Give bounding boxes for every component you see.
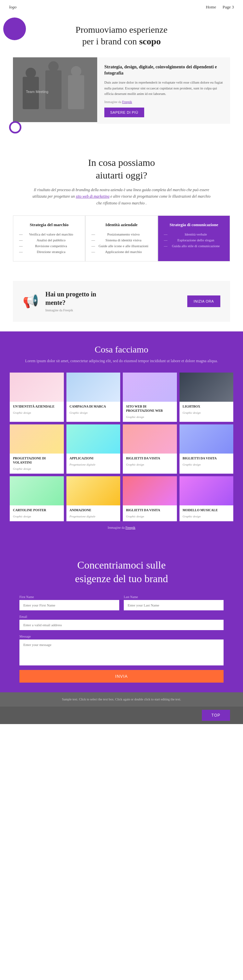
hero-circle-outline bbox=[9, 121, 21, 134]
card-strategia-comunicazione: Strategia di comunicazione Identità verb… bbox=[158, 215, 230, 261]
portfolio-item: SITO WEB DI PROGETTAZIONE WEB Graphic de… bbox=[123, 372, 177, 422]
portfolio-img bbox=[179, 425, 233, 453]
hero-section: Promuoviamo esperienze per i brand con s… bbox=[0, 14, 243, 140]
list-item: Posizionamento visivo bbox=[91, 231, 151, 237]
portfolio-item: UN'IDENTITÀ AZIENDALE Graphic design bbox=[10, 372, 64, 422]
services-cards: Strategia del marchio Verifica del valor… bbox=[13, 215, 230, 261]
portfolio-sub: Graphic design bbox=[183, 463, 201, 466]
message-group: Message bbox=[19, 635, 224, 665]
portfolio-img bbox=[10, 372, 64, 402]
list-item: Verifica del valore del marchio bbox=[19, 231, 79, 237]
portfolio-img bbox=[10, 476, 64, 505]
hero-credit: Immagine da Freepik bbox=[104, 100, 223, 104]
portfolio-title: CARTOLINE POSTER bbox=[13, 508, 60, 512]
last-name-input[interactable] bbox=[124, 600, 224, 610]
back-to-top-button[interactable]: Top bbox=[202, 710, 230, 721]
logo: logo bbox=[9, 5, 16, 10]
portfolio-img bbox=[123, 476, 177, 505]
last-name-group: Last Name bbox=[124, 595, 224, 610]
submit-button[interactable]: INVIA bbox=[19, 670, 224, 682]
megaphone-icon: 📢 bbox=[23, 294, 39, 309]
portfolio-title: ANIMAZIONE bbox=[70, 508, 117, 512]
portfolio-item: BIGLIETTI DA VISITA Graphic design bbox=[123, 425, 177, 474]
first-name-label: First Name bbox=[19, 595, 119, 599]
portfolio-sub: Graphic design bbox=[70, 411, 88, 414]
portfolio-sub: Graphic design bbox=[126, 415, 144, 418]
navbar: logo Home Page 3 bbox=[0, 0, 243, 14]
first-name-input[interactable] bbox=[19, 600, 119, 610]
portfolio-title: CAMPAGNA DI MARCA bbox=[70, 404, 117, 409]
first-name-group: First Name bbox=[19, 595, 119, 610]
portfolio-item: LIGHTBOX Graphic design bbox=[179, 372, 233, 422]
portfolio-credit-link[interactable]: Freepik bbox=[125, 526, 135, 529]
portfolio-title: BIGLIETTI DA VISITA bbox=[126, 456, 174, 460]
footer: Sample text. Click to select the text bo… bbox=[0, 692, 243, 706]
project-credit: Immagine da Freepik bbox=[45, 309, 73, 312]
nav-page3[interactable]: Page 3 bbox=[222, 5, 234, 10]
portfolio-title: MODELLO MUSICALE bbox=[183, 508, 230, 512]
email-label: Email bbox=[19, 615, 224, 619]
footer-text: Sample text. Click to select the text bo… bbox=[19, 697, 224, 702]
list-item: Analisi del pubblico bbox=[19, 237, 79, 243]
portfolio-caption: BIGLIETTI DA VISITA Graphic design bbox=[179, 453, 233, 469]
hero-card: Strategia, design, digitale, coinvolgime… bbox=[97, 57, 230, 124]
cosa-facciamo-body: Lorem ipsum dolor sit amet, consectetur … bbox=[10, 358, 233, 364]
portfolio-title: UN'IDENTITÀ AZIENDALE bbox=[13, 404, 60, 409]
list-item: Revisione competitiva bbox=[19, 243, 79, 249]
portfolio-sub: Graphic design bbox=[183, 515, 201, 518]
card-identita-aziendale: Identità aziendale Posizionamento visivo… bbox=[85, 215, 157, 261]
contact-heading: Concentriamoci sulle esigenze del tuo br… bbox=[19, 558, 224, 585]
email-input[interactable] bbox=[19, 620, 224, 630]
contact-section: Concentriamoci sulle esigenze del tuo br… bbox=[0, 542, 243, 692]
portfolio-item: APPLICAZIONI Progettazione digitale bbox=[67, 425, 121, 474]
hero-credit-link[interactable]: Freepik bbox=[122, 100, 132, 104]
message-label: Message bbox=[19, 635, 224, 638]
sapere-di-piu-button[interactable]: SAPERE DI PIÙ bbox=[104, 108, 144, 117]
cosa-facciamo-heading: Cosa facciamo bbox=[10, 344, 233, 355]
portfolio-caption: CARTOLINE POSTER Graphic design bbox=[10, 505, 64, 521]
card-strategia-marchio: Strategia del marchio Verifica del valor… bbox=[13, 215, 85, 261]
portfolio-sub: Graphic design bbox=[126, 515, 144, 518]
list-item: Sistema di identità visiva bbox=[91, 237, 151, 243]
list-item: Esplorazione dello slogan bbox=[164, 237, 224, 243]
portfolio-title: SITO WEB DI PROGETTAZIONE WEB bbox=[126, 404, 174, 413]
portfolio-img bbox=[10, 425, 64, 453]
portfolio-caption: UN'IDENTITÀ AZIENDALE Graphic design bbox=[10, 402, 64, 418]
cosa-possiamo-body: Il risultato del processo di branding de… bbox=[31, 187, 212, 206]
hero-title: Promuoviamo esperienze per i brand con s… bbox=[76, 24, 167, 48]
inizia-ora-button[interactable]: INIZIA ORA bbox=[187, 296, 220, 307]
portfolio-item: CAMPAGNA DI MARCA Graphic design bbox=[67, 372, 121, 422]
marketing-link[interactable]: sito web di marketing bbox=[76, 194, 110, 199]
card-title-1: Identità aziendale bbox=[91, 222, 151, 228]
portfolio-title: LIGHTBOX bbox=[183, 404, 230, 409]
portfolio-item: BIGLIETTI DA VISITA Graphic design bbox=[123, 476, 177, 521]
portfolio-caption: MODELLO MUSICALE Graphic design bbox=[179, 505, 233, 521]
svg-text:Team Meeting: Team Meeting bbox=[26, 90, 48, 94]
card-list-1: Posizionamento visivo Sistema di identit… bbox=[91, 231, 151, 255]
project-text: Hai un progetto in mente? Immagine da Fr… bbox=[45, 290, 181, 313]
portfolio-title: PROGETTAZIONE DI VOLANTINI bbox=[13, 456, 60, 465]
nav-links: Home Page 3 bbox=[206, 5, 234, 10]
portfolio-sub: Graphic design bbox=[13, 467, 31, 470]
email-group: Email bbox=[19, 615, 224, 630]
card-list-2: Identità verbale Esplorazione dello slog… bbox=[164, 231, 224, 249]
svg-rect-7 bbox=[13, 57, 97, 122]
portfolio-item: BIGLIETTI DA VISITA Graphic design bbox=[179, 425, 233, 474]
message-textarea[interactable] bbox=[19, 640, 224, 665]
list-item: Guide alle icone e alle illustrazioni bbox=[91, 243, 151, 249]
hero-images: Team Meeting Strategia, design, digitale… bbox=[13, 57, 230, 124]
portfolio-caption: BIGLIETTI DA VISITA Graphic design bbox=[123, 505, 177, 521]
portfolio-sub: Graphic design bbox=[126, 463, 144, 466]
list-item: Guida allo stile di comunicazione bbox=[164, 243, 224, 249]
portfolio-title: APPLICAZIONI bbox=[70, 456, 117, 460]
portfolio-title: BIGLIETTI DA VISITA bbox=[126, 508, 174, 512]
portfolio-credit: Immagine da Freepik bbox=[10, 526, 233, 529]
nav-home[interactable]: Home bbox=[206, 5, 216, 10]
portfolio-sub: Graphic design bbox=[183, 411, 201, 414]
hero-card-body: Duis aute irure dolor in reprehenderit i… bbox=[104, 80, 223, 97]
portfolio-item: ANIMAZIONE Progettazione digitale bbox=[67, 476, 121, 521]
portfolio-caption: BIGLIETTI DA VISITA Graphic design bbox=[123, 453, 177, 469]
list-item: Identità verbale bbox=[164, 231, 224, 237]
name-row: First Name Last Name bbox=[19, 595, 224, 610]
card-title-0: Strategia del marchio bbox=[19, 222, 79, 228]
